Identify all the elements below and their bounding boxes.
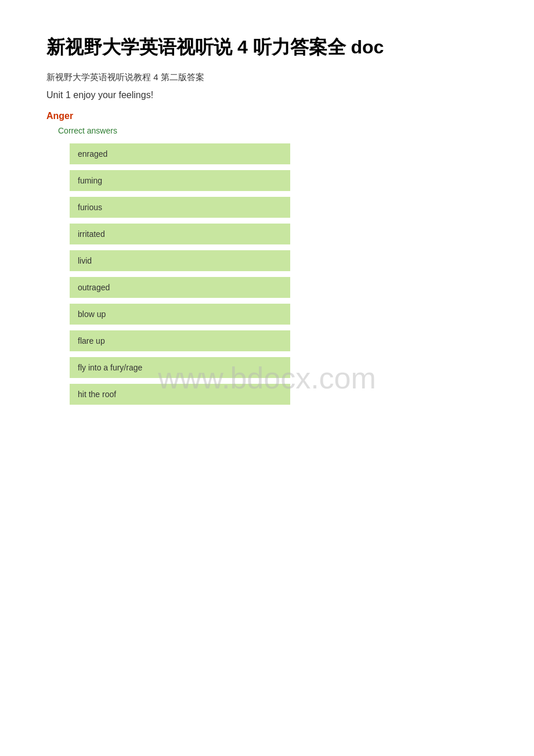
answer-item: enraged <box>70 143 290 164</box>
anger-section: Anger Correct answers enragedfumingfurio… <box>46 111 488 405</box>
answer-item: irritated <box>70 224 290 244</box>
answer-item: outraged <box>70 277 290 298</box>
answer-item: flare up <box>70 330 290 351</box>
answer-item: fuming <box>70 170 290 191</box>
subtitle: 新视野大学英语视听说教程 4 第二版答案 <box>46 72 488 83</box>
answer-item: furious <box>70 197 290 218</box>
answer-item: hit the roof <box>70 384 290 405</box>
answer-item: livid <box>70 250 290 271</box>
answer-item: blow up <box>70 304 290 325</box>
page-title: 新视野大学英语视听说 4 听力答案全 doc <box>46 35 488 60</box>
correct-answers-label: Correct answers <box>58 126 488 135</box>
unit-title: Unit 1 enjoy your feelings! <box>46 90 488 100</box>
answer-item: fly into a fury/rage <box>70 357 290 378</box>
answers-list: enragedfumingfuriousirritatedlividoutrag… <box>70 143 488 405</box>
section-title: Anger <box>46 111 488 121</box>
